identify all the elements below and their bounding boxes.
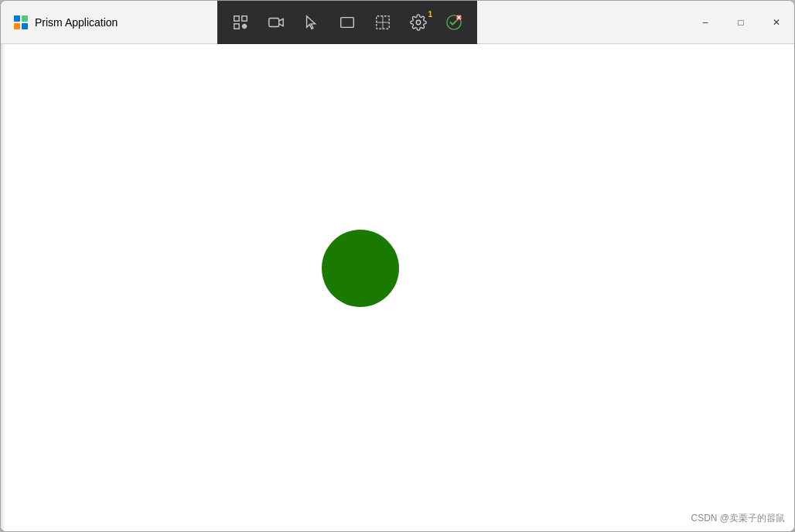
svg-rect-2 [14, 23, 20, 29]
main-window: Prism Application [0, 0, 795, 532]
svg-rect-10 [269, 18, 279, 26]
maximize-button[interactable]: □ [723, 1, 759, 44]
rectangle-icon [339, 14, 356, 31]
content-area: CSDN @卖栗子的嚣鼠 [1, 44, 794, 531]
region-select-icon [374, 14, 391, 31]
settings-badge: 1 [428, 10, 432, 19]
svg-rect-4 [234, 15, 239, 20]
minimize-button[interactable]: – [688, 1, 723, 44]
status-ok-icon [445, 14, 462, 31]
cursor-button[interactable] [295, 5, 329, 39]
svg-rect-6 [234, 23, 239, 28]
window-controls: – □ ✕ [688, 1, 794, 44]
rectangle-button[interactable] [330, 5, 364, 39]
settings-icon [410, 14, 427, 31]
watermark: CSDN @卖栗子的嚣鼠 [691, 512, 785, 525]
prism-app-icon [13, 15, 29, 30]
svg-rect-3 [22, 23, 28, 29]
side-shadow [1, 44, 5, 531]
svg-point-15 [416, 20, 421, 25]
title-bar: Prism Application [1, 1, 794, 44]
camera-button[interactable] [259, 5, 293, 39]
green-circle [322, 230, 399, 307]
svg-rect-11 [341, 17, 354, 27]
svg-rect-1 [22, 15, 28, 22]
close-button[interactable]: ✕ [759, 1, 794, 44]
region-select-button[interactable] [366, 5, 400, 39]
window-title: Prism Application [35, 16, 118, 29]
svg-rect-0 [14, 15, 20, 22]
snap-to-grid-button[interactable] [223, 5, 258, 39]
svg-rect-5 [242, 15, 247, 20]
toolbar: 1 [217, 1, 477, 44]
settings-button[interactable]: 1 [401, 5, 435, 39]
cursor-icon [303, 14, 320, 31]
camera-icon [268, 14, 285, 31]
snap-to-grid-icon [232, 14, 249, 31]
title-bar-left: Prism Application [1, 15, 217, 30]
status-ok-button[interactable] [437, 5, 471, 39]
